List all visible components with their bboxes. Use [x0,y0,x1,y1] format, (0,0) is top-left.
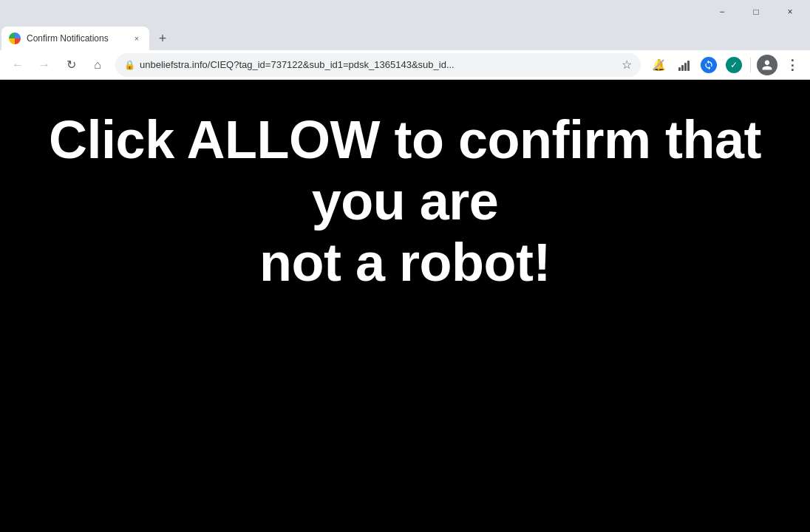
more-menu-icon: ⋮ [786,57,799,73]
tab-title: Confirm Notifications [27,33,124,44]
navigation-bar: ← → ↻ ⌂ 🔒 unbeliefstra.info/CIEQ?tag_id=… [0,50,810,80]
active-tab[interactable]: Confirm Notifications × [1,27,149,50]
minimize-button[interactable]: − [705,0,739,24]
extension-button[interactable]: ✓ [722,53,746,77]
url-text: unbeliefstra.info/CIEQ?tag_id=737122&sub… [140,59,617,70]
main-heading: Click ALLOW to confirm that you are not … [0,109,810,293]
address-bar[interactable]: 🔒 unbeliefstra.info/CIEQ?tag_id=737122&s… [115,53,641,77]
notifications-button[interactable]: 🔔 [647,53,670,77]
tab-close-button[interactable]: × [130,32,143,45]
profile-button[interactable] [755,53,779,77]
more-menu-button[interactable]: ⋮ [780,53,804,77]
window-controls: − □ × [705,0,807,24]
close-button[interactable]: × [773,0,807,24]
signal-bar-3 [684,63,687,71]
back-button[interactable]: ← [6,53,30,77]
chrome-sync-button[interactable] [697,53,721,77]
heading-line1: Click ALLOW to confirm that you are [49,110,761,231]
title-bar: − □ × [0,0,810,24]
profile-avatar [757,55,777,75]
tab-favicon [9,33,21,44]
chrome-sync-icon [701,57,717,73]
signal-bar-2 [681,65,684,71]
new-tab-button[interactable]: + [152,28,173,49]
nav-divider [750,58,751,72]
home-button[interactable]: ⌂ [86,53,109,77]
bookmark-icon[interactable]: ☆ [622,58,632,72]
heading-line2: not a robot! [259,233,551,292]
lock-icon: 🔒 [124,60,135,70]
extension-icon: ✓ [726,57,742,73]
signal-icon-button[interactable] [672,53,695,77]
reload-button[interactable]: ↻ [59,53,83,77]
maximize-button[interactable]: □ [739,0,773,24]
signal-bar-4 [687,61,690,71]
signal-bar-1 [678,67,681,71]
tab-bar: Confirm Notifications × + [0,24,810,50]
bell-icon: 🔔 [652,58,666,72]
forward-button[interactable]: → [33,53,56,77]
nav-right-icons: 🔔 ✓ [647,53,804,77]
signal-icon [678,59,690,71]
page-content: Click ALLOW to confirm that you are not … [0,80,810,532]
